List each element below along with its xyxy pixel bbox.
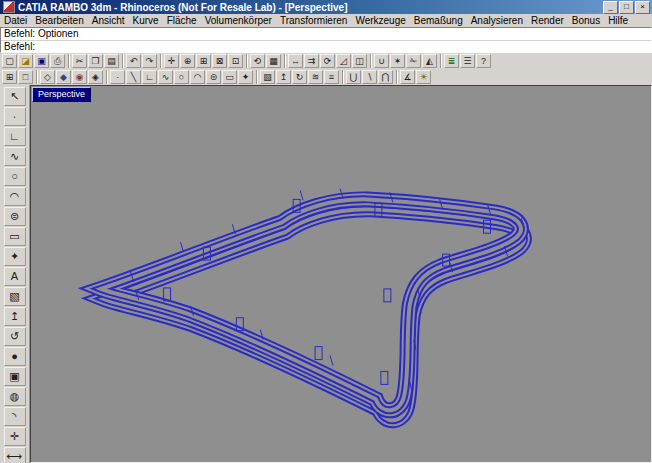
new-file-icon[interactable]: ▢: [2, 54, 17, 68]
point-icon[interactable]: ∙: [110, 70, 125, 84]
shaded-display-icon[interactable]: ◆: [56, 70, 71, 84]
undo-view-icon[interactable]: ⟲: [250, 54, 265, 68]
boolean-intersection-icon[interactable]: ⋂: [378, 70, 393, 84]
pointer-select-icon[interactable]: ↖: [4, 87, 26, 106]
menu-bearbeiten[interactable]: Bearbeiten: [31, 15, 87, 26]
zoom-dynamic-icon[interactable]: ⊕: [180, 54, 195, 68]
toolbar-row-1: ▢◪▣⎙✂❐▤↶↷✛⊕⊞⊠⊡⟲▦↔⇉⟳◿◫∪✶✁◭≣☰?: [0, 53, 652, 70]
save-icon[interactable]: ▣: [34, 54, 49, 68]
separator: [438, 54, 443, 68]
named-views-icon[interactable]: ▦: [266, 54, 281, 68]
rendered-display-icon[interactable]: ◉: [72, 70, 87, 84]
ellipse-tool-icon[interactable]: ⊜: [4, 207, 26, 226]
help-icon[interactable]: ?: [476, 54, 491, 68]
curve-icon[interactable]: ∿: [158, 70, 173, 84]
close-button[interactable]: ×: [635, 1, 650, 14]
fillet-tool-icon[interactable]: ◝: [4, 407, 26, 426]
circle-icon[interactable]: ○: [174, 70, 189, 84]
join-icon[interactable]: ∪: [374, 54, 389, 68]
explode-icon[interactable]: ✶: [390, 54, 405, 68]
maximize-button[interactable]: □: [619, 1, 634, 14]
separator: [340, 70, 345, 84]
ghosted-display-icon[interactable]: ◈: [88, 70, 103, 84]
arc-icon[interactable]: ◠: [190, 70, 205, 84]
polyline-tool-icon[interactable]: ∟: [4, 127, 26, 146]
pan-view-icon[interactable]: ✛: [164, 54, 179, 68]
separator: [394, 70, 399, 84]
cut-icon[interactable]: ✂: [72, 54, 87, 68]
title-bar[interactable]: CATIA RAMBO 3dm - Rhinoceros (Not For Re…: [0, 0, 652, 14]
menu-ansicht[interactable]: Ansicht: [88, 15, 129, 26]
command-prompt-input[interactable]: Befehl:: [1, 40, 651, 53]
print-icon[interactable]: ⎙: [50, 54, 65, 68]
extrude-icon[interactable]: ↥: [276, 70, 291, 84]
render-icon[interactable]: ☀: [416, 70, 431, 84]
viewport-title-tab[interactable]: Perspective: [32, 87, 91, 102]
arc-tool-icon[interactable]: ◠: [4, 187, 26, 206]
loft-icon[interactable]: ≡: [324, 70, 339, 84]
four-viewports-icon[interactable]: ⊞: [2, 70, 17, 84]
revolve-icon[interactable]: ↻: [292, 70, 307, 84]
menu-bonus[interactable]: Bonus: [568, 15, 604, 26]
menu-flaeche[interactable]: Fläche: [163, 15, 201, 26]
scale-icon[interactable]: ◿: [336, 54, 351, 68]
line-icon[interactable]: ╲: [126, 70, 141, 84]
move-icon[interactable]: ↔: [288, 54, 303, 68]
zoom-selected-icon[interactable]: ⊡: [228, 54, 243, 68]
open-folder-icon[interactable]: ◪: [18, 54, 33, 68]
wireframe-display-icon[interactable]: ◇: [40, 70, 55, 84]
layers-icon[interactable]: ≣: [444, 54, 459, 68]
rotate-icon[interactable]: ⟳: [320, 54, 335, 68]
copy-icon[interactable]: ❐: [88, 54, 103, 68]
boolean-difference-icon[interactable]: ∖: [362, 70, 377, 84]
move-tool-icon[interactable]: ✛: [4, 427, 26, 446]
split-icon[interactable]: ◭: [422, 54, 437, 68]
perspective-viewport[interactable]: Perspective: [30, 85, 652, 463]
application-window: CATIA RAMBO 3dm - Rhinoceros (Not For Re…: [0, 0, 652, 463]
surface-from-curves-icon[interactable]: ▧: [260, 70, 275, 84]
curve-tool-icon[interactable]: ∿: [4, 147, 26, 166]
zoom-window-icon[interactable]: ⊞: [196, 54, 211, 68]
analyze-icon[interactable]: ∡: [400, 70, 415, 84]
separator: [368, 54, 373, 68]
circle-tool-icon[interactable]: ○: [4, 167, 26, 186]
menu-transformieren[interactable]: Transformieren: [276, 15, 351, 26]
dimension-tool-icon[interactable]: ⟷: [4, 447, 26, 463]
mirror-icon[interactable]: ◫: [352, 54, 367, 68]
paste-icon[interactable]: ▤: [104, 54, 119, 68]
single-viewport-icon[interactable]: □: [18, 70, 33, 84]
menu-volumenkoerper[interactable]: Volumenkörper: [201, 15, 276, 26]
trim-icon[interactable]: ✁: [406, 54, 421, 68]
undo-icon[interactable]: ↶: [126, 54, 141, 68]
polygon-tool-icon[interactable]: ✦: [4, 247, 26, 266]
rectangle-tool-icon[interactable]: ▭: [4, 227, 26, 246]
menu-bemassung[interactable]: Bemaßung: [410, 15, 467, 26]
properties-icon[interactable]: ☰: [460, 54, 475, 68]
ellipse-icon[interactable]: ⊜: [206, 70, 221, 84]
sweep-icon[interactable]: ≋: [308, 70, 323, 84]
sphere-tool-icon[interactable]: ●: [4, 347, 26, 366]
revolve-tool-icon[interactable]: ↺: [4, 327, 26, 346]
boolean-union-icon[interactable]: ⋃: [346, 70, 361, 84]
menu-kurve[interactable]: Kurve: [129, 15, 163, 26]
surface-tool-icon[interactable]: ▧: [4, 287, 26, 306]
menu-render[interactable]: Render: [527, 15, 568, 26]
rectangle-icon[interactable]: ▭: [222, 70, 237, 84]
toolbar-row-2: ⊞□◇◆◉◈∙╲∟∿○◠⊜▭✦▧↥↻≋≡⋃∖⋂∡☀: [0, 69, 652, 86]
box-tool-icon[interactable]: ▣: [4, 367, 26, 386]
menu-analysieren[interactable]: Analysieren: [467, 15, 527, 26]
menu-werkzeuge[interactable]: Werkzeuge: [351, 15, 409, 26]
polygon-icon[interactable]: ✦: [238, 70, 253, 84]
minimize-button[interactable]: _: [603, 1, 618, 14]
cylinder-tool-icon[interactable]: ◍: [4, 387, 26, 406]
menu-datei[interactable]: Datei: [0, 15, 31, 26]
separator: [254, 70, 259, 84]
text-tool-icon[interactable]: A: [4, 267, 26, 286]
zoom-extents-icon[interactable]: ⊠: [212, 54, 227, 68]
polyline-icon[interactable]: ∟: [142, 70, 157, 84]
copy-object-icon[interactable]: ⇉: [304, 54, 319, 68]
extrude-tool-icon[interactable]: ↥: [4, 307, 26, 326]
point-tool-icon[interactable]: ∙: [4, 107, 26, 126]
redo-icon[interactable]: ↷: [142, 54, 157, 68]
menu-hilfe[interactable]: Hilfe: [604, 15, 632, 26]
